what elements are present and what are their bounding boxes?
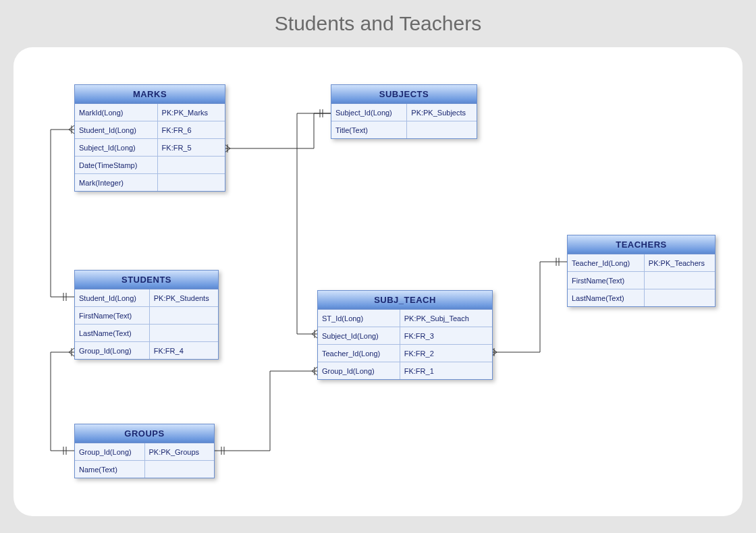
- entity-subjects: SUBJECTS Subject_Id(Long)PK:PK_Subjects …: [331, 84, 477, 139]
- table-row: Date(TimeStamp): [75, 157, 225, 174]
- entity-header: GROUPS: [75, 424, 214, 443]
- table-row: MarkId(Long)PK:PK_Marks: [75, 104, 225, 121]
- diagram-canvas: MARKS MarkId(Long)PK:PK_Marks Student_Id…: [14, 47, 742, 516]
- entity-header: MARKS: [75, 85, 225, 104]
- table-row: FirstName(Text): [568, 272, 715, 289]
- table-row: Subject_Id(Long)FK:FR_5: [75, 139, 225, 157]
- table-row: LastName(Text): [75, 325, 218, 342]
- table-row: Subject_Id(Long)FK:FR_3: [318, 327, 492, 345]
- table-row: Teacher_Id(Long)PK:PK_Teachers: [568, 254, 715, 272]
- table-row: Teacher_Id(Long)FK:FR_2: [318, 345, 492, 362]
- entity-marks: MARKS MarkId(Long)PK:PK_Marks Student_Id…: [74, 84, 225, 192]
- table-row: Subject_Id(Long)PK:PK_Subjects: [331, 104, 477, 121]
- table-row: ST_Id(Long)PK:PK_Subj_Teach: [318, 310, 492, 327]
- table-row: LastName(Text): [568, 289, 715, 307]
- entity-students: STUDENTS Student_Id(Long)PK:PK_Students …: [74, 270, 219, 360]
- table-row: Group_Id(Long)FK:FR_1: [318, 362, 492, 380]
- table-row: Student_Id(Long)FK:FR_6: [75, 121, 225, 139]
- table-row: Name(Text): [75, 461, 214, 478]
- entity-header: TEACHERS: [568, 235, 715, 254]
- table-row: Group_Id(Long)FK:FR_4: [75, 342, 218, 360]
- entity-subj-teach: SUBJ_TEACH ST_Id(Long)PK:PK_Subj_Teach S…: [317, 290, 493, 380]
- table-row: FirstName(Text): [75, 307, 218, 325]
- table-row: Title(Text): [331, 121, 477, 139]
- entity-groups: GROUPS Group_Id(Long)PK:PK_Groups Name(T…: [74, 424, 215, 478]
- entity-header: SUBJECTS: [331, 85, 477, 104]
- table-row: Mark(Integer): [75, 174, 225, 192]
- table-row: Group_Id(Long)PK:PK_Groups: [75, 443, 214, 461]
- entity-header: STUDENTS: [75, 271, 218, 289]
- table-row: Student_Id(Long)PK:PK_Students: [75, 289, 218, 307]
- entity-header: SUBJ_TEACH: [318, 291, 492, 310]
- entity-teachers: TEACHERS Teacher_Id(Long)PK:PK_Teachers …: [567, 235, 716, 307]
- diagram-title: Students and Teachers: [0, 12, 756, 35]
